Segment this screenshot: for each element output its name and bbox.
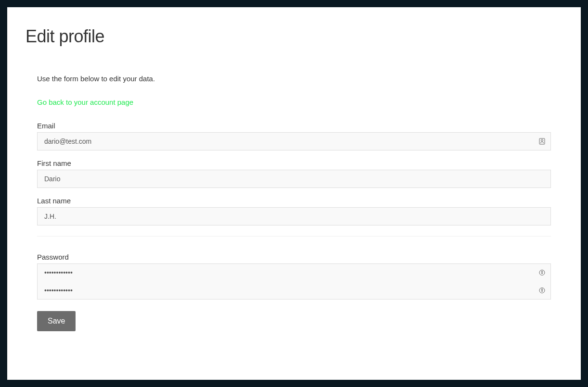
password-confirm-input[interactable] bbox=[37, 281, 551, 300]
last-name-group: Last name bbox=[37, 197, 551, 225]
last-name-input[interactable] bbox=[37, 207, 551, 225]
section-divider bbox=[37, 236, 551, 237]
last-name-label: Last name bbox=[37, 197, 551, 205]
intro-text: Use the form below to edit your data. bbox=[37, 75, 551, 83]
save-button[interactable]: Save bbox=[37, 311, 76, 331]
password-group: Password bbox=[37, 253, 551, 300]
email-input-wrapper bbox=[37, 132, 551, 150]
email-label: Email bbox=[37, 122, 551, 130]
password-label: Password bbox=[37, 253, 551, 261]
first-name-group: First name bbox=[37, 159, 551, 188]
first-name-input-wrapper bbox=[37, 170, 551, 188]
email-group: Email bbox=[37, 122, 551, 150]
first-name-label: First name bbox=[37, 159, 551, 167]
edit-profile-form: Email First name bbox=[37, 122, 551, 331]
password-input-wrapper bbox=[37, 263, 551, 282]
content-block: Use the form below to edit your data. Go… bbox=[26, 75, 562, 331]
page-container: Edit profile Use the form below to edit … bbox=[7, 7, 581, 380]
page-title: Edit profile bbox=[26, 26, 562, 47]
last-name-input-wrapper bbox=[37, 207, 551, 225]
first-name-input[interactable] bbox=[37, 170, 551, 188]
back-to-account-link[interactable]: Go back to your account page bbox=[37, 98, 133, 106]
password-confirm-input-wrapper bbox=[37, 281, 551, 300]
email-input[interactable] bbox=[37, 132, 551, 150]
password-input[interactable] bbox=[37, 263, 551, 282]
